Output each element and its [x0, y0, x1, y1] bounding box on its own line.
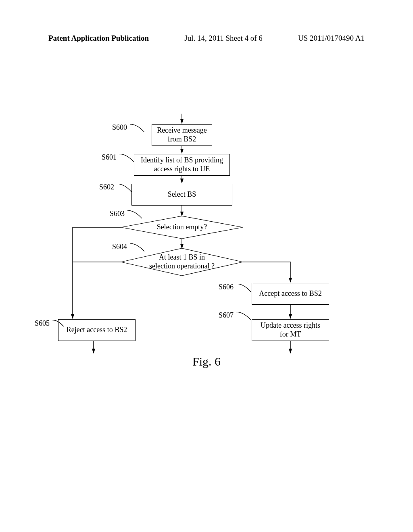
decision-s604-text: At least 1 BS in selection operational ? — [149, 253, 215, 270]
label-tick-icon — [52, 320, 67, 328]
label-tick-icon — [130, 124, 144, 132]
step-s600: Receive message from BS2 — [152, 124, 212, 146]
label-tick-icon — [127, 210, 142, 218]
label-s602: S602 — [99, 183, 114, 191]
label-s605: S605 — [35, 319, 50, 328]
step-s601-text: Identify list of BS providing access rig… — [141, 156, 223, 173]
label-s603: S603 — [110, 210, 125, 218]
figure-caption: Fig. 6 — [0, 355, 413, 368]
decision-s603-text: Selection empty? — [157, 223, 207, 232]
label-s601: S601 — [102, 153, 117, 162]
step-s602-text: Select BS — [168, 190, 196, 199]
decision-s603: Selection empty? — [121, 216, 243, 239]
step-s605-text: Reject access to BS2 — [67, 326, 127, 335]
decision-s604: At least 1 BS in selection operational ? — [121, 248, 243, 276]
label-s604: S604 — [112, 243, 127, 251]
step-s606-text: Accept access to BS2 — [259, 289, 321, 298]
step-s600-text: Receive message from BS2 — [157, 126, 206, 143]
label-s600: S600 — [112, 123, 127, 132]
step-s607: Update access rights for MT — [252, 319, 329, 341]
label-tick-icon — [130, 243, 144, 251]
step-s606: Accept access to BS2 — [252, 283, 329, 305]
step-s607-text: Update access rights for MT — [261, 321, 320, 339]
page: Patent Application Publication Jul. 14, … — [0, 0, 413, 532]
label-tick-icon — [119, 154, 134, 162]
flowchart: Receive message from BS2 S600 Identify l… — [0, 0, 413, 532]
label-s606: S606 — [219, 283, 234, 291]
label-tick-icon — [236, 312, 251, 320]
step-s602: Select BS — [131, 184, 232, 206]
label-tick-icon — [236, 284, 251, 292]
label-tick-icon — [117, 184, 131, 192]
step-s601: Identify list of BS providing access rig… — [134, 154, 230, 176]
step-s605: Reject access to BS2 — [58, 319, 136, 341]
label-s607: S607 — [219, 311, 234, 320]
